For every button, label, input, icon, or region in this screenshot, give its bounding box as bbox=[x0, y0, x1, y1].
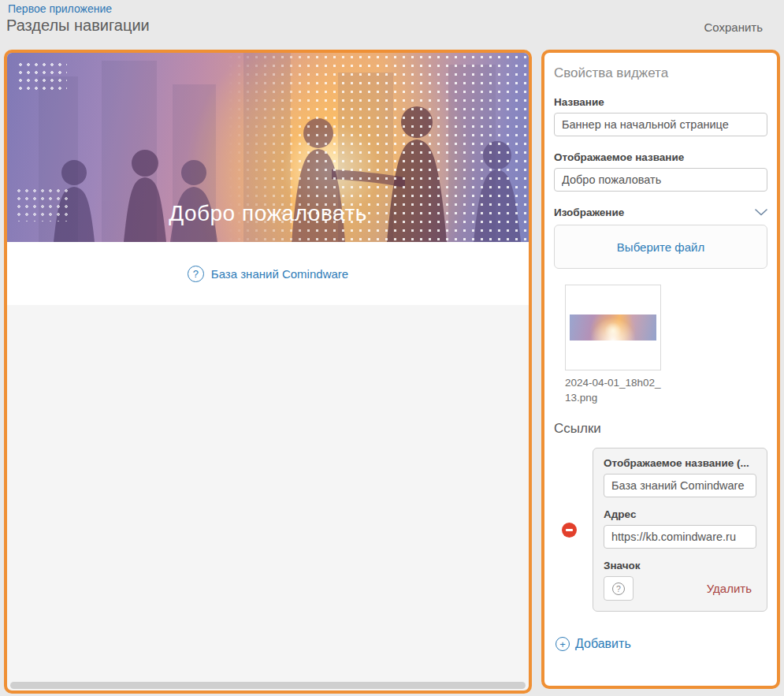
question-circle-icon: ? bbox=[188, 266, 204, 282]
question-circle-icon: ? bbox=[612, 582, 625, 595]
choose-file-label: Выберите файл bbox=[617, 240, 704, 254]
link-card: Отображаемое название (... Адрес Значок … bbox=[593, 448, 767, 612]
link-address-label: Адрес bbox=[604, 508, 756, 520]
file-thumbnail[interactable] bbox=[565, 285, 661, 370]
link-icon-label: Значок bbox=[604, 560, 756, 571]
breadcrumb-app-link[interactable]: Первое приложение bbox=[8, 2, 112, 15]
banner-caption: Добро пожаловать bbox=[7, 201, 529, 226]
display-name-field-label: Отображаемое название bbox=[554, 151, 767, 163]
display-name-input[interactable] bbox=[554, 168, 767, 192]
image-field-label: Изображение bbox=[554, 207, 624, 218]
chevron-down-icon[interactable] bbox=[755, 209, 767, 216]
add-link-button[interactable]: + Добавить bbox=[555, 637, 631, 651]
link-display-name-input[interactable] bbox=[604, 474, 756, 497]
icon-picker-button[interactable]: ? bbox=[604, 576, 634, 601]
horizontal-scrollbar-thumb[interactable] bbox=[10, 682, 526, 689]
link-address-input[interactable] bbox=[604, 525, 756, 549]
name-field-label: Название bbox=[554, 96, 767, 108]
minus-icon bbox=[566, 529, 573, 530]
uploaded-file-item: 2024-04-01_18h02_13.png bbox=[565, 285, 661, 405]
link-display-name-label: Отображаемое название (... bbox=[604, 457, 756, 469]
file-name: 2024-04-01_18h02_13.png bbox=[565, 375, 661, 405]
add-link-label: Добавить bbox=[575, 637, 631, 651]
banner-widget[interactable]: Добро пожаловать bbox=[7, 53, 529, 242]
widget-properties-panel: Свойства виджета Название Отображаемое н… bbox=[541, 50, 780, 689]
plus-circle-icon: + bbox=[555, 637, 570, 651]
links-section-title: Ссылки bbox=[554, 421, 767, 437]
dot-cluster-top-left bbox=[17, 61, 67, 91]
page-title: Разделы навигации bbox=[6, 17, 150, 35]
remove-link-button[interactable] bbox=[562, 523, 577, 538]
choose-file-button[interactable]: Выберите файл bbox=[554, 225, 767, 269]
save-button[interactable]: Сохранить bbox=[699, 20, 767, 35]
thumbnail-image bbox=[570, 315, 656, 341]
name-input[interactable] bbox=[554, 113, 767, 136]
preview-help-link[interactable]: ? База знаний Comindware bbox=[7, 242, 529, 305]
help-link-label: База знаний Comindware bbox=[211, 267, 348, 281]
link-item: Отображаемое название (... Адрес Значок … bbox=[554, 448, 767, 612]
delete-link-button[interactable]: Удалить bbox=[702, 581, 756, 596]
app-designer-page: Первое приложение Разделы навигации Сохр… bbox=[0, 0, 784, 696]
properties-panel-title: Свойства виджета bbox=[554, 65, 767, 81]
widget-preview-panel[interactable]: Добро пожаловать ? База знаний Comindwar… bbox=[4, 50, 532, 694]
